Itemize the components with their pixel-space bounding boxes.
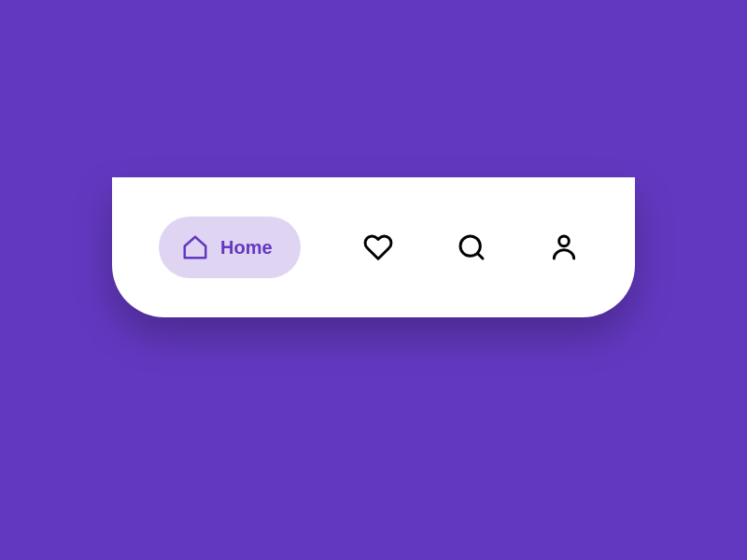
user-icon [549, 232, 579, 262]
bottom-nav-bar: Home [112, 177, 635, 317]
nav-item-home[interactable]: Home [159, 217, 301, 278]
search-icon [457, 232, 486, 262]
svg-line-1 [477, 253, 483, 259]
svg-point-2 [559, 236, 570, 246]
nav-item-search[interactable] [457, 232, 486, 262]
nav-item-favorites[interactable] [363, 232, 393, 262]
home-icon [181, 233, 209, 261]
heart-icon [363, 232, 393, 262]
nav-item-profile[interactable] [549, 232, 579, 262]
nav-label-home: Home [220, 237, 273, 259]
